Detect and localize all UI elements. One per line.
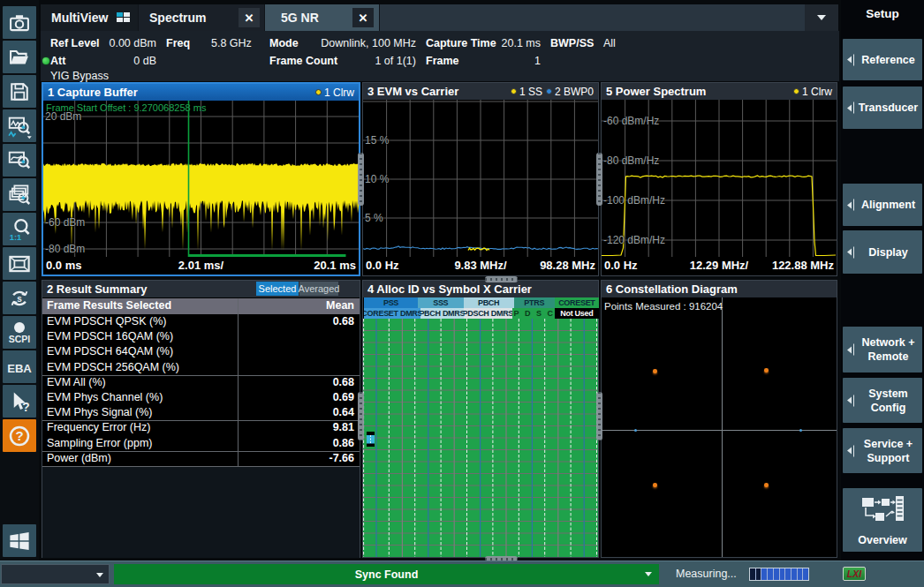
softkey-label: Service +Support [864,437,913,465]
tab-overflow-button[interactable] [805,4,838,31]
toolbar-zoom-in-button[interactable] [3,144,36,177]
splitter-grip[interactable] [596,153,602,206]
softkey-service-support[interactable]: Service +Support [843,428,922,473]
trace-dot-icon [315,89,322,95]
status-dropdown[interactable] [1,564,110,584]
softkey-network-remote[interactable]: Network +Remote [843,327,922,373]
splitter-grip[interactable] [358,392,364,440]
chevron-down-icon [96,573,103,577]
toolbar-screenshot-button[interactable] [3,6,36,39]
capture-buffer-titlebar[interactable]: 1 Capture Buffer 1 Clrw [43,84,359,101]
result-row-label: Sampling Error (ppm) [47,437,152,449]
panel-alloc-map[interactable]: 4 Alloc ID vs Symbol X Carrier PSSSSSPBC… [362,280,599,558]
trace-label: 1 Clrw [802,86,832,98]
tabbar-empty-area [380,4,805,31]
toolbar-display-frame-button[interactable] [3,247,36,280]
softkey-alignment[interactable]: Alignment [843,184,922,226]
result-row-label: EVM PDSCH 256QAM (%) [47,361,179,373]
softkey-reference[interactable]: Reference [843,39,922,80]
result-view-tab-selected[interactable]: Selected [256,282,299,296]
frame-icon [6,251,33,277]
toolbar-windows-start-button[interactable] [3,524,36,557]
power-spectrum-x-axis: 0.0 Hz 12.29 MHz/ 122.88 MHz [602,257,837,275]
progress-segment [774,568,779,580]
alloc-legend-pss: PSS [364,297,418,308]
refresh-s-icon: s [6,285,33,312]
tab-5gnr-close-icon[interactable]: ✕ [352,8,374,27]
toolbar-zoom-1to1-button[interactable]: 1:1 [3,213,36,245]
y-axis-label: -100 dBm/Hz [603,194,665,207]
tab-spectrum-close-icon[interactable]: ✕ [239,8,260,27]
alloc-map-titlebar[interactable]: 4 Alloc ID vs Symbol X Carrier [363,281,598,297]
panel-evm-vs-carrier[interactable]: 3 EVM vs Carrier 1 SS2 BWP0 15 %10 %5 % … [362,82,599,276]
result-table-row: EVM PDSCH QPSK (%) 0.68 [42,314,360,329]
toolbar-eba-button[interactable]: EBA [3,350,36,383]
toolbar-save-button[interactable] [3,75,36,108]
tab-spectrum[interactable]: Spectrum ✕ [139,4,264,31]
eba-icon: EBA [4,354,34,380]
softkey-select-arrow-icon [847,445,854,456]
splitter-grip[interactable] [358,153,364,206]
panel-constellation[interactable]: 6 Constellation Diagram Points Measured … [601,280,837,558]
panel-power-spectrum[interactable]: 5 Power Spectrum 1 Clrw -60 dBm/Hz-80 dB… [601,82,837,276]
sync-status-bar[interactable]: Sync Found [114,564,659,584]
softkey-overview[interactable]: Overview [843,488,922,552]
toolbar-context-help-button[interactable]: ? [3,385,36,418]
panel-capture-buffer[interactable]: 1 Capture Buffer 1 Clrw Frame Start Offs… [42,82,360,276]
tab-multiview[interactable]: MultiView [41,4,138,31]
table-group-separator [42,420,360,421]
toolbar-scpi-recorder-button[interactable]: SCPI [3,316,36,349]
att-status-led [42,57,49,64]
progress-segment [791,568,797,580]
svg-text:SCPI: SCPI [9,335,30,344]
softkey-sidebar: Setup ReferenceTransducerAlignmentDispla… [841,0,924,561]
softkey-label: Display [868,245,907,260]
toolbar-zoom-multi-window-button[interactable] [3,178,36,211]
softkey-select-arrow-icon [847,102,854,114]
softkey-select-arrow-icon [847,395,854,406]
capture-buffer-title: 1 Capture Buffer [48,86,138,99]
search-1-1-icon: 1:1 [6,216,33,243]
table-column-divider [238,298,239,466]
softkey-select-arrow-icon [847,54,854,65]
status-bar: Sync Found Measuring... LXI [0,561,924,587]
y-axis-label: 20 dBm [45,110,81,123]
result-row-label: EVM PDSCH 16QAM (%) [47,330,173,342]
softkey-display[interactable]: Display [843,230,922,274]
result-summary-titlebar[interactable]: 2 Result Summary SelectedAveraged [42,281,360,297]
result-row-value: 0.68 [333,376,354,388]
result-table-row: EVM PDSCH 64QAM (%) [42,344,360,359]
softkey-menu-title: Setup [841,7,924,20]
result-row-label: Frequency Error (Hz) [47,421,150,433]
splitter-grip[interactable] [596,392,602,440]
power-spectrum-titlebar[interactable]: 5 Power Spectrum 1 Clrw [602,83,837,100]
evm-trace-legend-item: 1 SS [511,86,542,98]
power-spectrum-plot: -60 dBm/Hz-80 dBm/Hz-100 dBm/Hz-120 dBm/… [602,100,837,257]
softkey-transducer[interactable]: Transducer [843,87,922,129]
att-label: Att [50,55,65,67]
toolbar-help-button[interactable]: ? [3,419,36,452]
x-axis-stop: 20.1 ms [314,259,356,272]
panel-result-summary[interactable]: 2 Result Summary SelectedAveraged Frame … [42,280,360,558]
channel-info-bar[interactable]: Ref Level 0.00 dBm Freq 5.8 GHz Mode Dow… [41,31,839,81]
alloc-legend-ptrs: PTRS [514,297,555,308]
toolbar-open-file-button[interactable] [3,41,36,73]
left-toolbar: 1:1sSCPIEBA?? [0,0,39,587]
y-axis-label: 15 % [365,134,389,147]
softkey-system-config[interactable]: SystemConfig [843,378,922,423]
result-table-row: Sampling Error (ppm) 0.86 [42,436,360,451]
x-axis-per-div: 2.01 ms/ [43,259,359,272]
evm-titlebar[interactable]: 3 EVM vs Carrier 1 SS2 BWP0 [363,83,598,100]
alloc-map-grid [363,319,598,557]
analyzer-screen: 1:1sSCPIEBA?? MultiView Spectrum ✕ 5G NR… [0,0,924,587]
tab-5gnr[interactable]: 5G NR ✕ [265,4,379,31]
splitter-grip[interactable] [485,276,518,282]
toolbar-zoom-trace-button[interactable] [3,109,36,142]
toolbar-sync-refresh-button[interactable]: s [3,282,36,314]
constellation-titlebar[interactable]: 6 Constellation Diagram [602,281,837,297]
result-view-tab-averaged[interactable]: Averaged [299,282,338,296]
softkey-label: Alignment [861,198,915,212]
measuring-status-text: Measuring... [676,568,737,580]
softkey-label: Transducer [859,101,918,115]
result-col-mean: Mean [326,299,354,312]
